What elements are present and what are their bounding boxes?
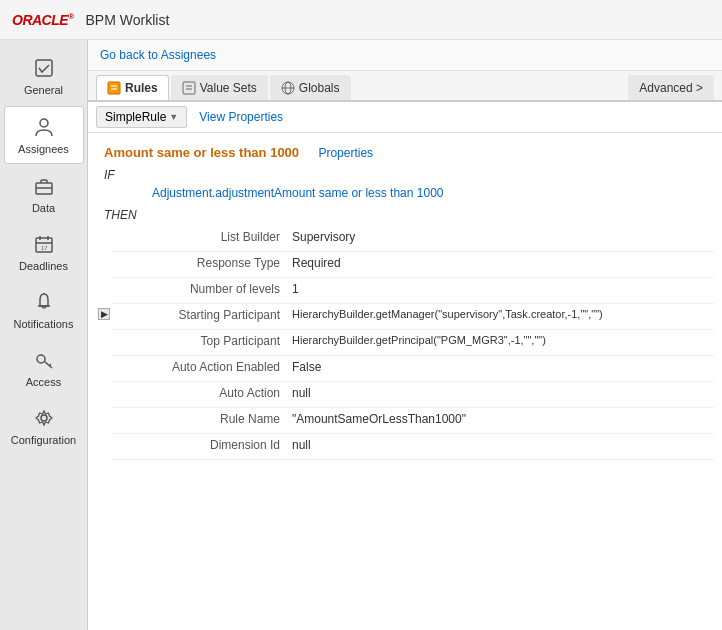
prop-label: Response Type — [112, 252, 292, 274]
tab-globals-label: Globals — [299, 81, 340, 95]
dropdown-arrow-icon: ▼ — [169, 112, 178, 122]
prop-row-top-participant: Top Participant HierarchyBuilder.getPrin… — [112, 330, 714, 356]
sidebar-item-configuration[interactable]: Configuration — [4, 398, 84, 454]
properties-table: List Builder Supervisory Response Type R… — [112, 226, 714, 460]
prop-label: Rule Name — [112, 408, 292, 430]
svg-rect-17 — [183, 82, 195, 94]
prop-value: null — [292, 382, 714, 404]
svg-rect-0 — [36, 60, 52, 76]
tab-value-sets-label: Value Sets — [200, 81, 257, 95]
tab-globals[interactable]: Globals — [270, 75, 351, 100]
tabs-bar: Rules Value Sets Globals Advanced > — [88, 71, 722, 102]
tab-advanced[interactable]: Advanced > — [628, 75, 714, 100]
oracle-logo: ORACLE® — [12, 12, 74, 28]
prop-value: Supervisory — [292, 226, 714, 248]
sidebar-item-label: Deadlines — [19, 260, 68, 272]
sidebar-item-general[interactable]: General — [4, 48, 84, 104]
calendar-icon: 17 — [32, 232, 56, 256]
prop-label: Auto Action Enabled — [112, 356, 292, 378]
prop-row-number-levels: Number of levels 1 — [112, 278, 714, 304]
sub-bar: SimpleRule ▼ View Properties — [88, 102, 722, 133]
bell-icon — [32, 290, 56, 314]
value-sets-icon — [182, 81, 196, 95]
briefcase-icon — [32, 174, 56, 198]
prop-row-dimension-id: Dimension Id null — [112, 434, 714, 460]
prop-value: "AmountSameOrLessThan1000" — [292, 408, 714, 430]
sidebar-item-label: Configuration — [11, 434, 76, 446]
prop-value: False — [292, 356, 714, 378]
svg-rect-14 — [108, 82, 120, 94]
sidebar-item-notifications[interactable]: Notifications — [4, 282, 84, 338]
gear-icon — [32, 406, 56, 430]
prop-label: Number of levels — [112, 278, 292, 300]
prop-row-rule-name: Rule Name "AmountSameOrLessThan1000" — [112, 408, 714, 434]
properties-link[interactable]: Properties — [318, 146, 373, 160]
prop-value: Required — [292, 252, 714, 274]
breadcrumb-bar: Go back to Assignees — [88, 40, 722, 71]
person-icon — [32, 115, 56, 139]
view-properties-link[interactable]: View Properties — [199, 110, 283, 124]
prop-label: Top Participant — [112, 330, 292, 352]
svg-line-12 — [49, 364, 51, 366]
rule-content: Amount same or less than 1000 Properties… — [88, 133, 722, 472]
svg-point-13 — [41, 415, 47, 421]
sidebar: General Assignees Data 17 Deadlines Noti… — [0, 40, 88, 630]
sidebar-item-label: Notifications — [14, 318, 74, 330]
then-label: THEN — [104, 208, 706, 222]
sidebar-item-assignees[interactable]: Assignees — [4, 106, 84, 164]
prop-value: HierarchyBuilder.getPrincipal("PGM_MGR3"… — [292, 330, 714, 350]
condition-link[interactable]: Adjustment.adjustmentAmount same or less… — [152, 186, 444, 200]
prop-row-list-builder: List Builder Supervisory — [112, 226, 714, 252]
condition-row: Adjustment.adjustmentAmount same or less… — [128, 186, 706, 200]
tab-advanced-label: Advanced > — [639, 81, 703, 95]
if-label: IF — [104, 168, 706, 182]
main-content: Go back to Assignees Rules Value Sets — [88, 40, 722, 630]
prop-row-auto-action-enabled: Auto Action Enabled False — [112, 356, 714, 382]
prop-value: HierarchyBuilder.getManager("supervisory… — [292, 304, 714, 324]
tab-value-sets[interactable]: Value Sets — [171, 75, 268, 100]
sidebar-item-label: Access — [26, 376, 61, 388]
rules-icon — [107, 81, 121, 95]
header: ORACLE® BPM Worklist — [0, 0, 722, 40]
app-title: BPM Worklist — [86, 12, 170, 28]
prop-row-auto-action: Auto Action null — [112, 382, 714, 408]
sidebar-item-label: General — [24, 84, 63, 96]
prop-label: Dimension Id — [112, 434, 292, 456]
prop-label: Auto Action — [112, 382, 292, 404]
expand-button[interactable]: ▶ — [98, 308, 110, 320]
key-icon — [32, 348, 56, 372]
svg-point-1 — [40, 119, 48, 127]
sidebar-item-access[interactable]: Access — [4, 340, 84, 396]
breadcrumb-link[interactable]: Go back to Assignees — [100, 48, 216, 62]
prop-value: null — [292, 434, 714, 456]
sidebar-item-deadlines[interactable]: 17 Deadlines — [4, 224, 84, 280]
prop-label: List Builder — [112, 226, 292, 248]
simple-rule-button[interactable]: SimpleRule ▼ — [96, 106, 187, 128]
tab-rules[interactable]: Rules — [96, 75, 169, 100]
sidebar-item-label: Assignees — [18, 143, 69, 155]
checkmark-icon — [32, 56, 56, 80]
prop-label: Starting Participant — [112, 304, 292, 326]
sidebar-item-label: Data — [32, 202, 55, 214]
tab-rules-label: Rules — [125, 81, 158, 95]
sidebar-item-data[interactable]: Data — [4, 166, 84, 222]
svg-text:17: 17 — [41, 245, 48, 251]
prop-value: 1 — [292, 278, 714, 300]
globals-icon — [281, 81, 295, 95]
rule-title: Amount same or less than 1000 — [104, 145, 299, 160]
simple-rule-label: SimpleRule — [105, 110, 166, 124]
rule-title-row: Amount same or less than 1000 Properties — [104, 145, 706, 160]
prop-row-starting-participant: ▶ Starting Participant HierarchyBuilder.… — [112, 304, 714, 330]
prop-row-response-type: Response Type Required — [112, 252, 714, 278]
